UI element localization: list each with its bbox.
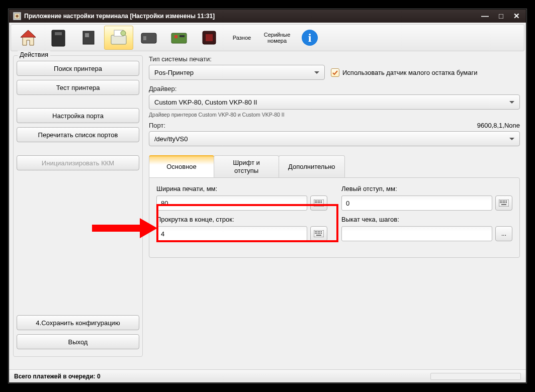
close-button[interactable]: ✕	[511, 12, 522, 21]
tool-misc-label: Разное	[233, 35, 251, 41]
tab-extra[interactable]: Дополнительно	[279, 155, 345, 177]
tool-serial-label: Серийные номера	[264, 32, 291, 44]
tool-serial[interactable]: Серийные номера	[260, 26, 294, 50]
svg-rect-27	[316, 202, 317, 203]
port-select[interactable]: /dev/ttyVS0	[149, 131, 520, 146]
app-icon	[13, 12, 21, 20]
tool-misc[interactable]: Разное	[225, 26, 259, 50]
svg-rect-46	[316, 231, 317, 232]
svg-rect-6	[83, 31, 94, 44]
left-margin-label: Левый отступ, мм:	[341, 185, 512, 192]
port-settings-button[interactable]: Настройка порта	[17, 108, 139, 123]
window-title: Приложение настройки терминала [Настройк…	[24, 13, 479, 20]
svg-rect-35	[503, 201, 504, 202]
svg-marker-3	[21, 30, 36, 37]
search-printer-button[interactable]: Поиск принтера	[17, 61, 139, 76]
keyboard-button-3[interactable]	[310, 226, 327, 241]
tool-printer[interactable]	[104, 26, 133, 50]
info-icon: i	[299, 27, 320, 48]
reread-ports-button[interactable]: Перечитать список портов	[17, 127, 139, 142]
svg-rect-22	[316, 201, 317, 202]
svg-rect-54	[321, 233, 322, 234]
checkbox-icon	[331, 68, 339, 77]
keyboard-button-1[interactable]	[310, 195, 327, 211]
tool-item-5[interactable]	[134, 26, 163, 50]
svg-rect-40	[503, 202, 504, 203]
svg-rect-47	[318, 231, 319, 232]
keyboard-button-2[interactable]	[495, 195, 512, 211]
svg-rect-26	[315, 202, 316, 203]
main-toolbar: Разное Серийные номера i	[11, 24, 524, 51]
tool-item-2[interactable]	[44, 26, 73, 50]
box-icon	[138, 27, 159, 48]
svg-rect-51	[316, 233, 317, 234]
board-icon	[168, 27, 190, 48]
driver-label: Драйвер:	[149, 85, 520, 92]
svg-rect-14	[174, 35, 177, 38]
tab-font[interactable]: Шрифт и отступы	[214, 155, 279, 177]
svg-rect-33	[500, 201, 501, 202]
svg-rect-48	[319, 231, 320, 232]
home-icon	[18, 27, 39, 48]
exit-button[interactable]: Выход	[17, 334, 139, 349]
svg-rect-38	[500, 202, 501, 203]
app-window: Приложение настройки терминала [Настройк…	[9, 9, 526, 383]
more-button[interactable]: ...	[495, 226, 512, 241]
use-sensor-label: Использовать датчик малого остатка бумаг…	[342, 69, 477, 76]
svg-rect-52	[318, 233, 319, 234]
svg-rect-5	[55, 32, 62, 35]
driver-hint: Драйвер принтеров Custom VKP-80 и Custom…	[149, 112, 520, 118]
print-width-label: Ширина печати, мм:	[156, 185, 327, 192]
svg-point-1	[16, 15, 18, 17]
print-system-select[interactable]: Pos-Принтер	[149, 65, 325, 80]
svg-rect-55	[316, 235, 321, 236]
svg-rect-42	[506, 202, 507, 203]
tool-item-7[interactable]	[195, 26, 224, 50]
status-text: Всего платежей в очереди: 0	[14, 373, 101, 380]
svg-rect-13	[171, 33, 187, 43]
use-sensor-checkbox[interactable]: Использовать датчик малого остатка бумаг…	[331, 68, 477, 77]
window-controls: — □ ✕	[479, 12, 522, 21]
svg-rect-31	[316, 204, 321, 205]
printer-icon	[108, 27, 129, 48]
svg-rect-23	[318, 201, 319, 202]
svg-rect-21	[315, 201, 316, 202]
svg-rect-50	[315, 233, 316, 234]
svg-rect-49	[321, 231, 322, 232]
svg-rect-45	[315, 231, 316, 232]
svg-rect-25	[321, 201, 322, 202]
tool-item-3[interactable]	[74, 26, 103, 50]
test-printer-button[interactable]: Тест принтера	[17, 80, 139, 95]
scanner-icon	[199, 27, 220, 48]
svg-rect-17	[206, 34, 213, 41]
tool-item-6[interactable]	[164, 26, 194, 50]
save-config-button[interactable]: 4.Сохранить конфигурацию	[17, 315, 139, 330]
left-margin-input[interactable]	[341, 195, 492, 211]
sidebar: Действия Поиск принтера Тест принтера На…	[13, 55, 143, 366]
statusbar: Всего платежей в очереди: 0	[9, 369, 526, 382]
svg-rect-37	[506, 201, 507, 202]
print-width-input[interactable]	[156, 195, 307, 211]
port-info: 9600,8,1,None	[477, 122, 520, 129]
svg-rect-29	[319, 202, 320, 203]
main-panel: Тип системы печати: Pos-Принтер Использо…	[147, 55, 522, 366]
tab-main-content: Ширина печати, мм: Левый отступ, мм:	[149, 177, 520, 258]
init-kkm-button[interactable]: Инициализировать ККМ	[17, 155, 139, 170]
tool-home[interactable]	[14, 26, 43, 50]
tool-info[interactable]: i	[295, 26, 324, 50]
driver-select[interactable]: Custom VKP-80, Custom VKP-80 II	[149, 94, 520, 110]
keyboard-icon	[314, 230, 324, 237]
tab-main[interactable]: Основное	[149, 155, 214, 177]
print-system-label: Тип системы печати:	[149, 55, 520, 63]
eject-input[interactable]	[341, 226, 492, 241]
svg-rect-41	[504, 202, 505, 203]
minimize-button[interactable]: —	[479, 12, 491, 21]
svg-point-10	[121, 31, 126, 36]
svg-rect-8	[111, 35, 126, 44]
svg-rect-34	[501, 201, 502, 202]
titlebar: Приложение настройки терминала [Настройк…	[9, 10, 526, 23]
svg-text:i: i	[308, 31, 312, 44]
maximize-button[interactable]: □	[497, 12, 505, 21]
scroll-end-input[interactable]	[156, 226, 307, 241]
svg-rect-36	[504, 201, 505, 202]
